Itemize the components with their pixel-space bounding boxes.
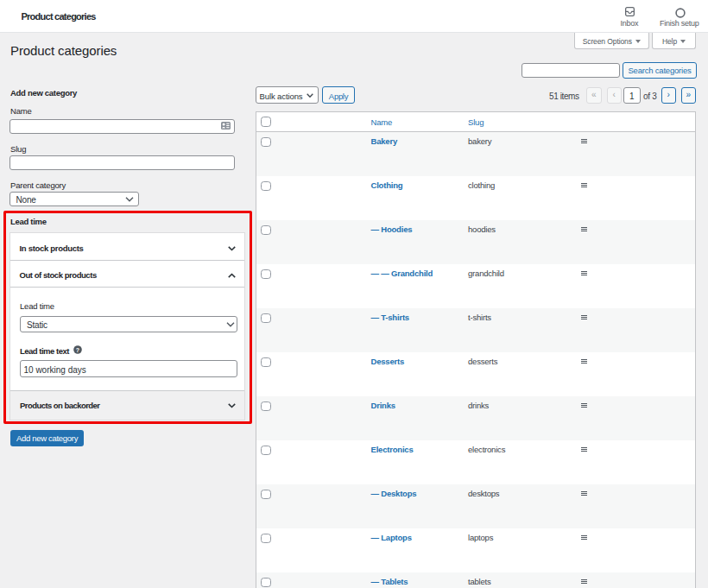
svg-text:?: ? [75,347,79,353]
